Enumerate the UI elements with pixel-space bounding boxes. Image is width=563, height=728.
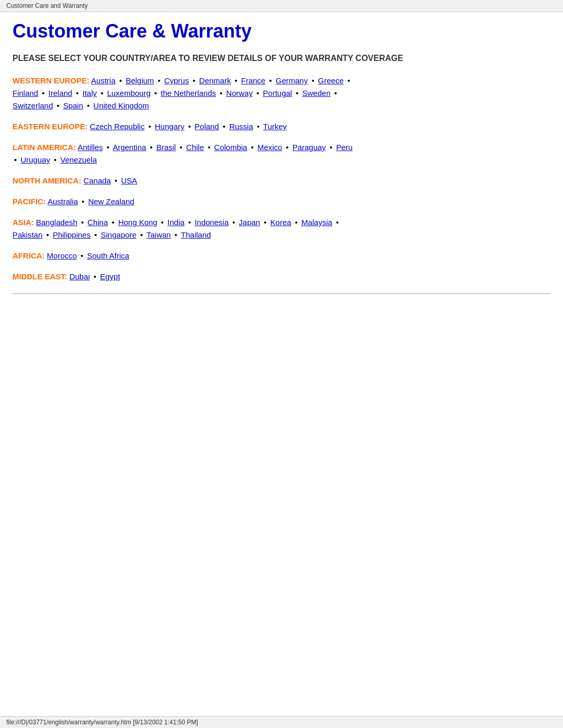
bullet: • (40, 89, 44, 97)
country-link-switzerland[interactable]: Switzerland (13, 101, 53, 110)
page-separator (13, 293, 550, 294)
bullet: • (267, 76, 272, 85)
country-link-italy[interactable]: Italy (82, 89, 97, 97)
region-north-america: NORTH AMERICA: Canada • USA (13, 175, 550, 187)
country-link-thailand[interactable]: Thailand (181, 230, 211, 239)
bullet: • (92, 230, 97, 239)
region-pacific: PACIFIC: Australia • New Zealand (13, 195, 550, 208)
country-link-belgium[interactable]: Belgium (126, 76, 154, 85)
bullet: • (44, 230, 49, 239)
region-eastern-europe: EASTERN EUROPE: Czech Republic • Hungary… (13, 120, 550, 133)
country-link-hong-kong[interactable]: Hong Kong (118, 218, 157, 227)
status-bar-text: file:///D|/03771/english/warranty/warran… (6, 719, 198, 726)
country-link-china[interactable]: China (88, 218, 108, 227)
country-link-bangladesh[interactable]: Bangladesh (36, 218, 77, 227)
bullet: • (293, 218, 298, 227)
bullet: • (190, 76, 195, 85)
bullet: • (186, 122, 191, 131)
bullet: • (99, 89, 103, 97)
country-link-portugal[interactable]: Portugal (263, 89, 292, 97)
country-link-ireland[interactable]: Ireland (48, 89, 72, 97)
bullet: • (186, 218, 191, 227)
page-subtitle: PLEASE SELECT YOUR COUNTRY/AREA TO REVIE… (13, 53, 550, 64)
bullet: • (249, 143, 253, 152)
country-link-argentina[interactable]: Argentina (113, 143, 146, 152)
country-link-dubai[interactable]: Dubai (69, 272, 90, 281)
bullet: • (230, 218, 235, 227)
country-link-malaysia[interactable]: Malaysia (301, 218, 332, 227)
bullet: • (109, 218, 114, 227)
country-link-taiwan[interactable]: Taiwan (146, 230, 171, 239)
page-title: Customer Care & Warranty (13, 20, 550, 42)
country-link-paraguay[interactable]: Paraguay (292, 143, 326, 152)
country-link-philippines[interactable]: Philippines (53, 230, 91, 239)
bullet: • (85, 101, 90, 110)
country-link-sweden[interactable]: Sweden (302, 89, 331, 97)
country-link-brasil[interactable]: Brasil (156, 143, 176, 152)
region-label-western-europe: WESTERN EUROPE: (13, 76, 90, 85)
country-link-singapore[interactable]: Singapore (101, 230, 136, 239)
country-link-luxembourg[interactable]: Luxembourg (107, 89, 150, 97)
country-link-venezuela[interactable]: Venezuela (60, 155, 97, 164)
bullet: • (14, 155, 17, 164)
country-link-colombia[interactable]: Colombia (214, 143, 247, 152)
country-link-india[interactable]: India (167, 218, 185, 227)
country-link-morocco[interactable]: Morocco (47, 251, 77, 260)
bullet: • (79, 218, 83, 227)
country-link-spain[interactable]: Spain (63, 101, 83, 110)
country-link-pakistan[interactable]: Pakistan (13, 230, 43, 239)
bullet: • (78, 251, 83, 260)
country-link-netherlands[interactable]: the Netherlands (161, 89, 216, 97)
region-label-middle-east: MIDDLE EAST: (13, 272, 67, 281)
country-link-australia[interactable]: Australia (47, 197, 78, 206)
bullet: • (293, 89, 298, 97)
bullet: • (159, 218, 164, 227)
country-link-cyprus[interactable]: Cyprus (164, 76, 189, 85)
country-link-poland[interactable]: Poland (194, 122, 219, 131)
country-link-south-africa[interactable]: South Africa (87, 251, 129, 260)
country-link-france[interactable]: France (241, 76, 266, 85)
country-link-hungary[interactable]: Hungary (155, 122, 185, 131)
bullet: • (91, 272, 96, 281)
country-link-canada[interactable]: Canada (83, 176, 111, 185)
bullet: • (152, 89, 157, 97)
country-link-denmark[interactable]: Denmark (199, 76, 231, 85)
country-link-finland[interactable]: Finland (13, 89, 38, 97)
country-link-korea[interactable]: Korea (271, 218, 291, 227)
country-link-antilles[interactable]: Antilles (78, 143, 103, 152)
country-link-mexico[interactable]: Mexico (258, 143, 283, 152)
bullet: • (332, 89, 337, 97)
country-link-united-kingdom[interactable]: United Kingdom (93, 101, 149, 110)
country-link-new-zealand[interactable]: New Zealand (88, 197, 134, 206)
region-asia: ASIA: Bangladesh • China • Hong Kong • I… (13, 216, 550, 241)
country-link-russia[interactable]: Russia (229, 122, 253, 131)
bullet: • (309, 76, 314, 85)
bullet: • (55, 101, 59, 110)
country-link-chile[interactable]: Chile (186, 143, 204, 152)
bullet: • (117, 76, 122, 85)
bullet: • (254, 122, 259, 131)
country-link-egypt[interactable]: Egypt (100, 272, 120, 281)
region-label-asia: ASIA: (13, 218, 34, 227)
bullet: • (334, 218, 338, 227)
bullet: • (113, 176, 117, 185)
country-link-norway[interactable]: Norway (226, 89, 253, 97)
country-link-indonesia[interactable]: Indonesia (194, 218, 228, 227)
country-link-germany[interactable]: Germany (276, 76, 308, 85)
region-western-europe: WESTERN EUROPE: Austria • Belgium • Cypr… (13, 75, 550, 112)
country-link-usa[interactable]: USA (121, 176, 137, 185)
bullet: • (155, 76, 160, 85)
country-link-uruguay[interactable]: Uruguay (20, 155, 50, 164)
region-label-eastern-europe: EASTERN EUROPE: (13, 122, 88, 131)
country-link-turkey[interactable]: Turkey (263, 122, 287, 131)
bullet: • (104, 143, 109, 152)
bullet: • (217, 89, 222, 97)
country-link-peru[interactable]: Peru (336, 143, 353, 152)
country-link-greece[interactable]: Greece (318, 76, 344, 85)
country-link-japan[interactable]: Japan (239, 218, 260, 227)
bullet: • (262, 218, 266, 227)
bullet: • (173, 230, 177, 239)
region-label-north-america: NORTH AMERICA: (13, 176, 81, 185)
country-link-austria[interactable]: Austria (91, 76, 116, 85)
country-link-czech-republic[interactable]: Czech Republic (90, 122, 144, 131)
